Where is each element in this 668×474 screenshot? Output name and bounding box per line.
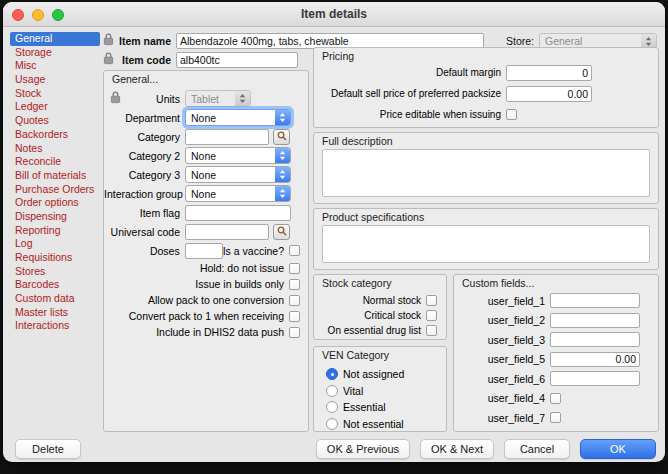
ok-button[interactable]: OK [580, 439, 656, 459]
user-field-6-label: user_field_6 [454, 373, 550, 385]
interaction-group-row: Interaction group None [104, 184, 308, 203]
sidebar-item-dispensing[interactable]: Dispensing [10, 210, 100, 224]
universal-code-input[interactable] [185, 224, 269, 240]
general-box-title: General... [112, 73, 158, 85]
default-sell-input[interactable] [506, 86, 592, 102]
category-label: Category [104, 131, 185, 143]
issue-builds-row: Issue in builds only [104, 276, 308, 292]
not-essential-radio[interactable] [326, 418, 338, 430]
category-search-button[interactable] [273, 129, 290, 145]
sidebar-item-misc[interactable]: Misc [10, 59, 100, 73]
ven-not-essential-row: Not essential [314, 416, 446, 433]
default-margin-input[interactable] [506, 65, 592, 81]
not-assigned-radio[interactable] [326, 368, 338, 380]
units-dropdown[interactable]: Tablet [185, 90, 251, 107]
user-field-6-input[interactable] [550, 371, 640, 386]
sidebar-item-purchase-orders[interactable]: Purchase Orders [10, 183, 100, 197]
product-specifications-textarea[interactable] [322, 225, 650, 263]
vital-label: Vital [343, 385, 363, 397]
ven-not-assigned-row: Not assigned [314, 366, 446, 383]
normal-stock-label: Normal stock [314, 295, 426, 306]
sidebar-item-reporting[interactable]: Reporting [10, 224, 100, 238]
sidebar-item-custom-data[interactable]: Custom data [10, 292, 100, 306]
user-field-5-label: user_field_5 [454, 353, 550, 365]
dhis2-checkbox[interactable] [289, 327, 300, 338]
units-label: Units [104, 93, 185, 105]
sidebar-item-barcodes[interactable]: Barcodes [10, 278, 100, 292]
user-field-7-row: user_field_7 [454, 408, 658, 428]
sidebar-item-notes[interactable]: Notes [10, 142, 100, 156]
interaction-group-dropdown[interactable]: None [185, 185, 291, 202]
ven-essential-row: Essential [314, 399, 446, 416]
item-flag-input[interactable] [185, 205, 291, 221]
user-field-5-input[interactable] [550, 352, 640, 367]
sidebar-item-general[interactable]: General [10, 32, 100, 46]
close-button[interactable] [12, 9, 24, 21]
item-code-row: Item code [103, 51, 298, 68]
user-field-7-checkbox[interactable] [550, 412, 561, 423]
dropdown-arrows-icon [275, 148, 290, 163]
full-description-groupbox: Full description [313, 132, 659, 204]
category3-dropdown[interactable]: None [185, 166, 291, 183]
critical-stock-row: Critical stock [314, 308, 446, 323]
sidebar-item-reconcile[interactable]: Reconcile [10, 155, 100, 169]
convert-pack-row: Convert pack to 1 when receiving [104, 308, 308, 324]
sidebar-item-bill-of-materials[interactable]: Bill of materials [10, 169, 100, 183]
ok-previous-button[interactable]: OK & Previous [316, 439, 410, 459]
magnifier-icon [277, 224, 287, 239]
convert-pack-checkbox[interactable] [289, 311, 300, 322]
sidebar-item-backorders[interactable]: Backorders [10, 128, 100, 142]
sidebar-item-log[interactable]: Log [10, 237, 100, 251]
allow-pack-row: Allow pack to one conversion [104, 292, 308, 308]
critical-stock-checkbox[interactable] [426, 310, 437, 321]
titlebar[interactable]: Item details [3, 2, 665, 27]
sidebar-item-interactions[interactable]: Interactions [10, 319, 100, 333]
normal-stock-checkbox[interactable] [426, 295, 437, 306]
full-description-title: Full description [322, 135, 393, 147]
ok-next-button[interactable]: OK & Next [420, 439, 494, 459]
cancel-button[interactable]: Cancel [504, 439, 570, 459]
full-description-textarea[interactable] [322, 149, 650, 197]
is-vaccine-checkbox[interactable] [289, 245, 300, 256]
product-specifications-groupbox: Product specifications [313, 208, 659, 270]
doses-input[interactable] [185, 243, 223, 259]
user-field-1-input[interactable] [550, 293, 640, 308]
allow-pack-checkbox[interactable] [289, 295, 300, 306]
user-field-2-input[interactable] [550, 313, 640, 328]
user-field-4-checkbox[interactable] [550, 393, 561, 404]
sidebar-item-stock[interactable]: Stock [10, 87, 100, 101]
category2-dropdown[interactable]: None [185, 147, 291, 164]
hold-checkbox[interactable] [289, 263, 300, 274]
essential-radio[interactable] [326, 401, 338, 413]
user-field-3-input[interactable] [550, 332, 640, 347]
user-field-2-row: user_field_2 [454, 311, 658, 331]
universal-code-row: Universal code [104, 222, 308, 241]
zoom-button[interactable] [52, 9, 64, 21]
user-field-4-row: user_field_4 [454, 389, 658, 409]
sidebar-item-requisitions[interactable]: Requisitions [10, 251, 100, 265]
sidebar-item-order-options[interactable]: Order options [10, 196, 100, 210]
sidebar-item-usage[interactable]: Usage [10, 73, 100, 87]
stock-category-groupbox: Stock category Normal stock Critical sto… [313, 274, 447, 340]
vital-radio[interactable] [326, 385, 338, 397]
essential-drug-checkbox[interactable] [426, 325, 437, 336]
sidebar-item-quotes[interactable]: Quotes [10, 114, 100, 128]
custom-fields-title: Custom fields... [462, 277, 534, 289]
issue-builds-checkbox[interactable] [289, 279, 300, 290]
sidebar-item-ledger[interactable]: Ledger [10, 100, 100, 114]
user-field-1-label: user_field_1 [454, 295, 550, 307]
item-details-window: Item details General Storage Misc Usage … [3, 2, 665, 462]
delete-button[interactable]: Delete [15, 439, 81, 459]
minimize-button[interactable] [32, 9, 44, 21]
user-field-2-label: user_field_2 [454, 314, 550, 326]
universal-code-search-button[interactable] [273, 224, 290, 240]
sidebar-item-stores[interactable]: Stores [10, 265, 100, 279]
category-input[interactable] [185, 129, 269, 145]
sidebar-item-storage[interactable]: Storage [10, 46, 100, 60]
price-editable-checkbox[interactable] [506, 109, 517, 120]
sidebar-item-master-lists[interactable]: Master lists [10, 306, 100, 320]
item-code-label: Item code [119, 54, 171, 66]
department-dropdown[interactable]: None [185, 109, 291, 126]
item-code-input[interactable] [176, 52, 298, 68]
ven-vital-row: Vital [314, 383, 446, 400]
